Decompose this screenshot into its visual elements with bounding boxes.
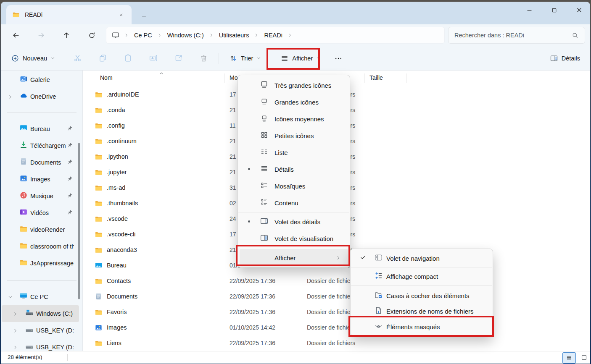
refresh-icon	[88, 31, 96, 39]
folder-icon	[95, 246, 103, 254]
sidebar-item-musique[interactable]: Musique	[2, 188, 79, 204]
sidebar-item-jsapprenissage2[interactable]: JsApprenissage2	[2, 255, 79, 272]
breadcrumb-segment[interactable]: Utilisateurs	[216, 31, 252, 39]
details-view-toggle[interactable]	[562, 352, 576, 364]
file-row[interactable]: Contacts22/09/2025 17:36Dossier de fichi…	[83, 274, 590, 289]
menu-item-label: Volet de navigation	[386, 255, 440, 262]
details-pane-button[interactable]: Détails	[546, 50, 584, 67]
share-button[interactable]	[170, 50, 187, 67]
sidebar-item-galerie[interactable]: Galerie	[2, 71, 79, 88]
menu-item-volet-de-navigation[interactable]: Volet de navigation	[352, 250, 491, 266]
share-icon	[174, 54, 183, 63]
file-row[interactable]: Favoris22/09/2025 17:36Dossier de fichie…	[83, 305, 590, 320]
chevron-right-icon[interactable]	[13, 344, 18, 350]
sidebar-item-ce-pc[interactable]: Ce PC	[2, 288, 79, 305]
copy-button[interactable]	[94, 50, 111, 67]
rename-button[interactable]	[145, 50, 161, 67]
menu-item-petites-ic-nes[interactable]: Petites icônes	[240, 127, 348, 144]
forward-button[interactable]	[33, 27, 50, 44]
breadcrumb-segment[interactable]: Windows (C:)	[165, 31, 206, 39]
file-modified-date: 21	[230, 107, 236, 113]
column-separator[interactable]	[406, 73, 407, 83]
column-header-name[interactable]: Nom	[100, 74, 113, 81]
folder-icon	[19, 225, 28, 233]
folder-icon	[95, 153, 103, 161]
folder-icon	[95, 106, 103, 114]
sidebar-item-label: Galerie	[30, 76, 74, 83]
breadcrumb[interactable]: Ce PCWindows (C:)UtilisateursREADi	[106, 27, 445, 44]
sidebar-item-usb-key-d-[interactable]: USB_KEY (D:)	[2, 322, 79, 339]
menu-item-contenu[interactable]: Contenu	[240, 194, 348, 211]
onedrive-icon	[19, 92, 28, 100]
sidebar-item-videorender[interactable]: videoRender	[2, 221, 79, 238]
menu-item-ic-nes-moyennes[interactable]: Icônes moyennes	[240, 110, 348, 127]
back-button[interactable]	[8, 27, 24, 44]
new-tab-button[interactable]	[139, 11, 149, 21]
new-button[interactable]: Nouveau	[7, 50, 59, 67]
file-modified-date: 22/09/2025 17:36	[230, 293, 275, 300]
tab-close-button[interactable]	[116, 10, 126, 19]
sort-button[interactable]: Trier	[225, 50, 265, 67]
maximize-button[interactable]	[549, 5, 559, 16]
column-header-size[interactable]: Taille	[369, 74, 383, 81]
menu-item-volet-des-d-tails[interactable]: Volet des détails	[240, 213, 348, 230]
toolbar-separator	[219, 53, 219, 64]
sidebar-item-images[interactable]: Images	[2, 171, 79, 188]
more-options-button[interactable]	[330, 50, 347, 67]
file-type: Dossier de fichiers	[307, 340, 355, 346]
chevron-right-icon[interactable]	[8, 94, 13, 100]
cut-button[interactable]	[69, 50, 86, 67]
sidebar-scrollbar[interactable]	[78, 143, 80, 299]
chevron-right-icon[interactable]	[13, 311, 18, 317]
minimize-button[interactable]	[524, 5, 535, 16]
pin-icon	[67, 209, 73, 215]
chevron-down-icon	[256, 56, 261, 60]
tab-title: READi	[25, 11, 116, 18]
navigation-pane: GalerieOneDriveBureauTéléchargemDocument…	[1, 71, 82, 351]
paste-button[interactable]	[119, 50, 136, 67]
large-icons-view-toggle[interactable]	[578, 352, 590, 363]
menu-item-mosa-ques[interactable]: Mosaïques	[240, 178, 348, 194]
breadcrumb-segment[interactable]: Ce PC	[132, 31, 155, 39]
breadcrumb-segment[interactable]: READi	[261, 31, 285, 39]
column-separator[interactable]	[224, 73, 225, 83]
menu-item-grandes-ic-nes[interactable]: Grandes icônes	[240, 94, 348, 110]
file-modified-date: 22/09/2025 17:36	[230, 309, 275, 315]
sidebar-item-classrooom-of-th[interactable]: classrooom of th	[2, 238, 79, 255]
sidebar-item-t-l-chargem[interactable]: Téléchargem	[2, 137, 79, 154]
explorer-tab[interactable]: READi	[6, 5, 132, 24]
pin-icon	[67, 159, 73, 167]
column-separator[interactable]	[364, 73, 365, 83]
music-icon	[19, 191, 28, 201]
file-row[interactable]: Documents22/09/2025 17:36Dossier de fich…	[83, 289, 590, 305]
menu-item-d-tails[interactable]: Détails	[240, 161, 348, 178]
delete-button[interactable]	[195, 50, 212, 67]
file-row[interactable]: Images01/10/2025 14:42Dossier de fichier…	[83, 320, 590, 336]
sidebar-item-label: classrooom of th	[30, 243, 74, 250]
search-box[interactable]: Rechercher dans : READi	[448, 27, 585, 44]
folder-icon	[95, 339, 103, 349]
sidebar-item-usb-key-d-[interactable]: USB_KEY (D:)	[2, 339, 79, 351]
close-button[interactable]	[574, 5, 585, 16]
sidebar-item-windows-c-[interactable]: Windows (C:)	[2, 305, 79, 322]
menu-item-cases-cocher-des-l-ments[interactable]: Cases à cocher des éléments	[352, 288, 491, 304]
menu-item-affichage-compact[interactable]: Affichage compact	[352, 268, 491, 284]
refresh-button[interactable]	[83, 27, 100, 44]
folder-icon	[95, 277, 103, 285]
up-button[interactable]	[58, 27, 75, 44]
sidebar-item-bureau[interactable]: Bureau	[2, 120, 79, 137]
menu-item-tr-s-grandes-ic-nes[interactable]: Très grandes icônes	[240, 77, 348, 94]
sidebar-item-vid-os[interactable]: Vidéos	[2, 204, 79, 221]
menu-item-label: Petites icônes	[274, 132, 314, 139]
sidebar-item-onedrive[interactable]: OneDrive	[2, 88, 79, 105]
folder-icon	[95, 137, 103, 147]
menu-item-liste[interactable]: Liste	[240, 144, 348, 161]
sidebar-item-label: USB_KEY (D:)	[36, 327, 74, 334]
chevron-right-icon[interactable]	[13, 327, 18, 333]
menu-item-volet-de-visualisation[interactable]: Volet de visualisation	[240, 230, 348, 247]
sort-icon	[229, 54, 237, 63]
sidebar-item-documents[interactable]: Documents	[2, 154, 79, 171]
pin-icon	[67, 175, 73, 182]
chevron-down-icon[interactable]	[8, 294, 13, 300]
file-row[interactable]: Liens22/09/2025 17:36Dossier de fichiers	[83, 336, 590, 351]
